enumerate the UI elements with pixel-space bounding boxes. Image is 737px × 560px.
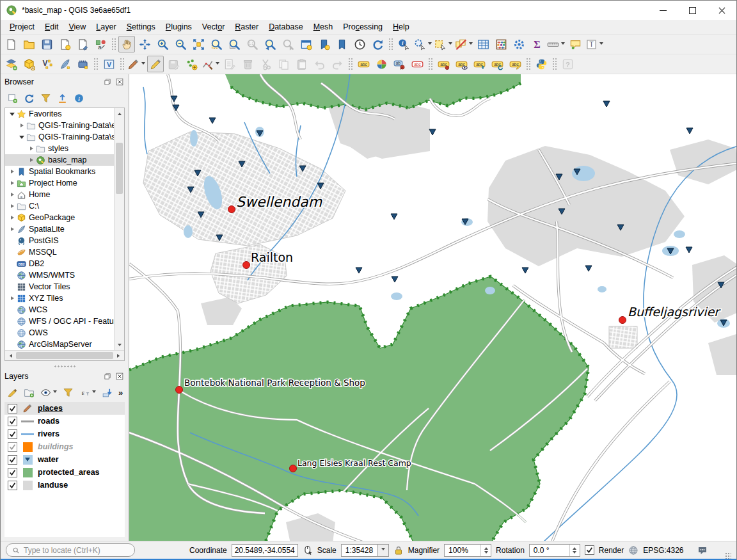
browser-item-qgis-training-data-e[interactable]: QGIS-Training-Data\e [5, 120, 114, 131]
statistical-summary-button[interactable] [493, 36, 509, 52]
select-features-button[interactable] [434, 36, 453, 52]
menu-database[interactable]: Database [264, 21, 308, 33]
magnifier-spinbox[interactable]: 100% [444, 544, 491, 557]
rotate-label-button[interactable] [489, 56, 505, 72]
layer-item-roads[interactable]: roads [4, 415, 125, 428]
new-temporary-scratch-layer-button[interactable] [74, 56, 91, 72]
add-point-feature-button[interactable] [183, 56, 200, 72]
vertex-tool-button[interactable] [201, 56, 220, 72]
deselect-features-button[interactable] [454, 36, 473, 52]
zoom-in-button[interactable] [154, 36, 171, 52]
messages-icon[interactable] [697, 545, 708, 556]
layer-item-water[interactable]: water [4, 453, 125, 466]
layer-visibility-checkbox[interactable] [8, 429, 17, 439]
menu-edit[interactable]: Edit [40, 21, 64, 33]
layer-item-places[interactable]: places [4, 402, 125, 415]
scroll-left-button[interactable] [5, 351, 15, 360]
show-spatial-bookmarks-button[interactable] [333, 36, 350, 52]
toolbar-handle[interactable] [526, 58, 530, 70]
browser-horizontal-scrollbar[interactable] [5, 350, 124, 360]
new-virtual-layer-button[interactable] [100, 56, 117, 72]
filter-browser-button[interactable] [40, 93, 51, 104]
magnifier-value[interactable]: 100% [445, 545, 480, 556]
open-project-button[interactable] [20, 36, 37, 52]
new-shapefile-layer-button[interactable] [38, 56, 55, 72]
dropdown-arrow-icon[interactable] [141, 62, 145, 67]
rotation-value[interactable]: 0.0 ° [530, 545, 569, 556]
menu-view[interactable]: View [63, 21, 91, 33]
properties-widget-button[interactable] [74, 93, 84, 104]
highlight-labels-button[interactable] [409, 56, 425, 72]
browser-item-basic-map[interactable]: basic_map [5, 154, 114, 166]
pin-labels-button[interactable] [435, 56, 452, 72]
expander-closed-icon[interactable] [8, 296, 16, 300]
browser-item-wfs-ogc-api-feature[interactable]: WFS / OGC API - Feature [5, 316, 114, 327]
manage-map-themes-button[interactable] [40, 387, 57, 398]
menu-vector[interactable]: Vector [197, 21, 230, 33]
layers-float-button[interactable] [102, 371, 113, 381]
lock-scale-icon[interactable] [393, 545, 404, 556]
toolbar-handle[interactable] [93, 58, 98, 70]
map-tips-button[interactable] [567, 36, 583, 52]
filter-by-expression-button[interactable] [79, 387, 96, 398]
temporal-controller-button[interactable] [351, 36, 368, 52]
pan-to-selection-button[interactable] [136, 36, 153, 52]
dropdown-arrow-icon[interactable] [53, 390, 57, 395]
expander-closed-icon[interactable] [8, 170, 16, 173]
refresh-browser-button[interactable] [24, 93, 35, 104]
layer-visibility-checkbox[interactable] [8, 417, 17, 426]
menu-mesh[interactable]: Mesh [308, 21, 338, 33]
layer-visibility-checkbox[interactable] [8, 481, 17, 490]
browser-item-ows[interactable]: OWS [5, 327, 114, 339]
menu-plugins[interactable]: Plugins [161, 21, 197, 33]
new-map-view-button[interactable] [297, 36, 314, 52]
measure-button[interactable] [546, 36, 566, 52]
toolbar-handle[interactable] [388, 38, 393, 51]
pan-map-button[interactable] [118, 36, 135, 52]
style-manager-button[interactable] [92, 36, 109, 52]
menu-project[interactable]: Project [4, 21, 40, 33]
new-project-button[interactable] [3, 36, 19, 52]
minimize-button[interactable] [648, 1, 678, 20]
show-layout-manager-button[interactable] [74, 36, 91, 52]
new-spatial-bookmark-button[interactable] [315, 36, 332, 52]
browser-item-spatial-bookmarks[interactable]: Spatial Bookmarks [5, 166, 114, 177]
menu-processing[interactable]: Processing [338, 21, 388, 33]
layer-item-rivers[interactable]: rivers [4, 428, 125, 440]
dropdown-arrow-icon[interactable] [561, 42, 565, 47]
layer-visibility-checkbox[interactable] [8, 455, 17, 465]
expander-closed-icon[interactable] [8, 193, 16, 196]
browser-vertical-scrollbar[interactable] [114, 108, 124, 350]
menu-settings[interactable]: Settings [122, 21, 161, 33]
open-attribute-table-button[interactable] [475, 36, 491, 52]
overflow-button[interactable]: » [118, 388, 123, 397]
maximize-button[interactable] [678, 1, 707, 20]
render-checkbox[interactable] [585, 545, 594, 555]
menu-layer[interactable]: Layer [91, 21, 121, 33]
expander-closed-icon[interactable] [8, 216, 16, 220]
browser-float-button[interactable] [102, 77, 113, 87]
toolbar-handle[interactable] [428, 58, 432, 70]
layer-item-landuse[interactable]: landuse [4, 479, 125, 492]
toolbar-handle[interactable] [120, 58, 124, 70]
zoom-to-layer-button[interactable] [226, 36, 242, 52]
browser-item-arcgismapserver[interactable]: ArcGisMapServer [5, 339, 114, 350]
layer-visibility-checkbox[interactable] [8, 442, 17, 452]
add-selected-layers-button[interactable] [7, 93, 18, 104]
spin-buttons[interactable] [569, 545, 580, 556]
browser-item-db2[interactable]: DB2 [5, 258, 114, 269]
dropdown-arrow-icon[interactable] [216, 62, 219, 67]
scroll-right-button[interactable] [115, 351, 124, 360]
show-hidden-labels-button[interactable] [453, 56, 470, 72]
toolbar-handle[interactable] [348, 58, 353, 70]
layer-label-options-button[interactable] [391, 56, 408, 72]
browser-item-project-home[interactable]: Project Home [5, 177, 114, 189]
toolbar-handle[interactable] [111, 38, 116, 51]
coordinate-field[interactable]: 20.5489,-34.0554 [232, 544, 298, 557]
expander-closed-icon[interactable] [8, 204, 16, 208]
browser-item-wms-wmts[interactable]: WMS/WMTS [5, 269, 114, 281]
identify-features-button[interactable] [395, 36, 412, 52]
expander-closed-icon[interactable] [8, 181, 16, 185]
scale-dropdown-button[interactable] [378, 544, 389, 557]
expand-all-button[interactable] [102, 387, 113, 398]
